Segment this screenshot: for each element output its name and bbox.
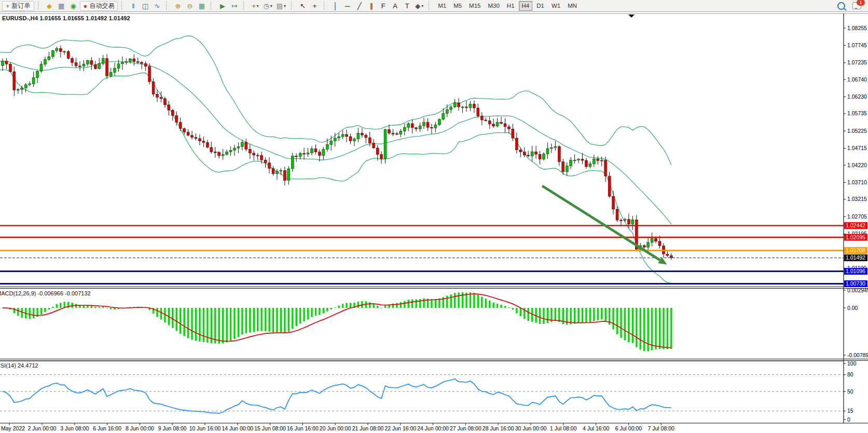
- autotrading-button-label: 自动交易: [89, 2, 114, 10]
- toolbar: +新订单◆▦◉●自动交易‖◫∿⊕⊖▦▶↦+▾◷▾▤▾↖+│─╱∥FAT◆▾M1M…: [0, 0, 868, 12]
- candlestick-chart-icon[interactable]: ◫: [140, 1, 150, 11]
- tile-windows-icon: ▦: [199, 3, 205, 9]
- vertical-line-icon[interactable]: │: [330, 1, 341, 11]
- market-watch-icon: ◆: [47, 3, 52, 9]
- cursor-icon: ↖: [300, 3, 306, 9]
- autotrading-button[interactable]: ●自动交易: [80, 1, 118, 11]
- line-chart-icon[interactable]: ∿: [151, 1, 162, 11]
- svg-text:0: 0: [847, 416, 850, 423]
- svg-text:10 Jun 16:00: 10 Jun 16:00: [189, 425, 221, 431]
- periods-icon[interactable]: ◷▾: [261, 1, 273, 11]
- chevron-down-icon: ▾: [284, 4, 286, 8]
- svg-text:0.00: 0.00: [847, 305, 858, 311]
- vertical-line-icon: │: [334, 3, 338, 9]
- chart-shift-icon: ↦: [232, 3, 238, 9]
- price-axis[interactable]: 1.082551.077451.072351.067401.062301.057…: [844, 13, 868, 423]
- navigator-icon[interactable]: ◉: [68, 1, 79, 11]
- horizontal-line-icon: ─: [345, 3, 350, 9]
- svg-text:1.02095: 1.02095: [846, 234, 865, 240]
- zoom-out-icon: ⊖: [187, 3, 193, 9]
- svg-text:-0.007895: -0.007895: [847, 352, 868, 358]
- fibonacci-icon[interactable]: F: [378, 1, 389, 11]
- trendline-icon[interactable]: ╱: [354, 1, 365, 11]
- data-window-icon[interactable]: ▦: [56, 1, 67, 11]
- svg-text:1.03710: 1.03710: [847, 179, 867, 185]
- svg-text:6 Jul 00:00: 6 Jul 00:00: [615, 425, 642, 431]
- timeframe-m5[interactable]: M5: [450, 1, 465, 11]
- svg-text:1.08255: 1.08255: [847, 25, 867, 31]
- timeframe-d1[interactable]: D1: [533, 1, 547, 11]
- chart-canvas[interactable]: 1.082551.077451.072351.067401.062301.057…: [0, 12, 868, 433]
- svg-text:1.01708: 1.01708: [846, 247, 865, 253]
- timeframe-m1[interactable]: M1: [435, 1, 449, 11]
- toolbar-separator: [38, 2, 42, 10]
- auto-scroll-icon[interactable]: ▶: [217, 1, 228, 11]
- zoom-out-icon[interactable]: ⊖: [184, 1, 195, 11]
- toolbar-separator: [211, 2, 214, 10]
- candlestick-chart-icon: ◫: [142, 3, 148, 9]
- timeframe-w1[interactable]: W1: [548, 1, 563, 11]
- bar-chart-icon: ‖: [132, 3, 134, 9]
- svg-text:27 Jun 08:00: 27 Jun 08:00: [450, 425, 481, 431]
- svg-text:1.01096: 1.01096: [846, 268, 865, 274]
- horizontal-level-lines[interactable]: [0, 225, 844, 283]
- bar-chart-icon[interactable]: ‖: [128, 1, 139, 11]
- periods-icon: ◷: [263, 3, 269, 9]
- horizontal-line-icon[interactable]: ─: [342, 1, 353, 11]
- toolbar-separator: [166, 2, 170, 10]
- indicators-icon: +: [252, 3, 256, 9]
- search-icon[interactable]: [837, 2, 845, 10]
- svg-text:50: 50: [847, 388, 853, 395]
- trend-arrow[interactable]: [542, 186, 669, 267]
- text-label-icon[interactable]: T: [402, 1, 412, 11]
- time-axis[interactable]: May 20222 Jun 00:003 Jun 08:006 Jun 16:0…: [1, 423, 674, 431]
- equidistant-channel-icon[interactable]: ∥: [366, 1, 377, 11]
- cursor-icon[interactable]: ↖: [297, 1, 308, 11]
- tile-windows-icon[interactable]: ▦: [196, 1, 207, 11]
- svg-text:0.002949: 0.002949: [847, 287, 868, 293]
- templates-icon[interactable]: ▤▾: [275, 1, 287, 11]
- svg-text:15 Jun 08:00: 15 Jun 08:00: [254, 425, 286, 431]
- chat-icon[interactable]: 1: [852, 2, 861, 9]
- notification-badge: 1: [857, 0, 865, 6]
- chevron-down-icon: ▾: [257, 4, 259, 8]
- svg-text:15: 15: [847, 408, 853, 414]
- symbol-quote-line: EURUSD-,H4 1.01655 1.01655 1.01492 1.014…: [2, 15, 130, 21]
- timeframe-m30[interactable]: M30: [485, 1, 502, 11]
- chart-shift-icon[interactable]: ↦: [229, 1, 240, 11]
- shapes-icon[interactable]: ◆▾: [414, 1, 425, 11]
- auto-scroll-icon: ▶: [220, 3, 225, 9]
- zoom-in-icon[interactable]: ⊕: [172, 1, 183, 11]
- timeframe-h4[interactable]: H4: [519, 1, 533, 11]
- timeframe-h1[interactable]: H1: [504, 1, 518, 11]
- macd-pane: [2, 292, 672, 351]
- toolbar-separator: [243, 2, 247, 10]
- timeframe-m15[interactable]: M15: [466, 1, 484, 11]
- indicators-icon[interactable]: +▾: [250, 1, 260, 11]
- text-label-icon: T: [405, 3, 409, 9]
- svg-text:1.05225: 1.05225: [847, 128, 867, 134]
- svg-text:16 Jun 16:00: 16 Jun 16:00: [287, 425, 319, 431]
- market-watch-icon[interactable]: ◆: [44, 1, 55, 11]
- toolbar-separator: [121, 2, 125, 10]
- toolbar-separator: [429, 2, 432, 10]
- svg-text:1.06230: 1.06230: [847, 93, 867, 100]
- svg-text:28 Jun 16:00: 28 Jun 16:00: [483, 425, 514, 431]
- text-icon[interactable]: A: [390, 1, 401, 11]
- svg-text:1.03215: 1.03215: [847, 196, 867, 202]
- svg-text:3 Jun 08:00: 3 Jun 08:00: [60, 425, 89, 431]
- svg-text:1.00730: 1.00730: [846, 280, 865, 287]
- svg-text:1.07745: 1.07745: [847, 42, 867, 48]
- svg-text:21 Jun 08:00: 21 Jun 08:00: [352, 425, 384, 431]
- line-chart-icon: ∿: [155, 3, 160, 9]
- crosshair-icon[interactable]: +: [309, 1, 320, 11]
- toolbar-separator: [291, 2, 295, 10]
- new-order-button[interactable]: +新订单: [2, 1, 34, 11]
- svg-text:1.02705: 1.02705: [847, 213, 867, 220]
- svg-text:7 Jul 08:00: 7 Jul 08:00: [648, 425, 675, 431]
- timeframe-mn[interactable]: MN: [564, 1, 580, 11]
- rsi-pane: [0, 375, 844, 414]
- new-order-chart-icon: +: [6, 3, 10, 9]
- svg-text:30 Jun 00:00: 30 Jun 00:00: [515, 425, 547, 431]
- svg-text:24 Jun 00:00: 24 Jun 00:00: [417, 425, 449, 431]
